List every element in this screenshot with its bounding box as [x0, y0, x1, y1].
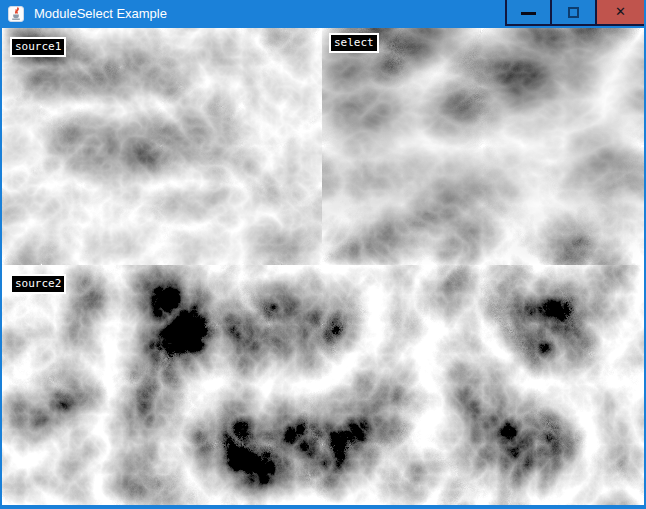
source2-noise-image	[2, 265, 644, 505]
window-controls: ✕	[505, 0, 644, 26]
select-label: select	[329, 33, 379, 53]
source1-image-panel: source1	[2, 28, 322, 265]
java-app-icon	[8, 6, 24, 22]
minimize-button[interactable]	[505, 0, 550, 26]
source2-label: source2	[10, 274, 66, 294]
window-title: ModuleSelect Example	[34, 0, 167, 28]
maximize-icon	[568, 7, 579, 18]
maximize-button[interactable]	[550, 0, 595, 26]
titlebar[interactable]: ModuleSelect Example ✕	[0, 0, 646, 28]
close-icon: ✕	[615, 1, 626, 23]
source1-label: source1	[10, 37, 66, 57]
select-image-panel: select	[322, 28, 644, 265]
app-window: ModuleSelect Example ✕	[0, 0, 646, 509]
select-ridged-overlay-image	[322, 28, 644, 265]
minimize-icon	[521, 12, 536, 15]
render-canvas: select source1	[2, 28, 644, 505]
source2-image-panel: source2	[2, 265, 644, 505]
source1-noise-image	[2, 28, 322, 265]
close-button[interactable]: ✕	[595, 0, 644, 26]
